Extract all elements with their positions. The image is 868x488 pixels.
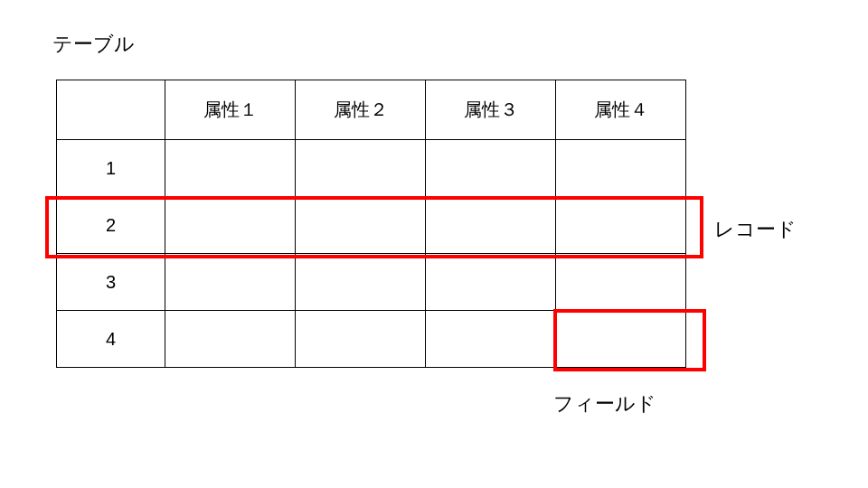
diagram-title: テーブル [52,31,135,58]
table-row: 1 [57,140,686,197]
record-highlight-box [45,196,703,258]
cell [165,140,296,197]
cell [296,254,426,311]
field-label: フィールド [553,390,656,418]
row-index: 1 [57,140,165,197]
table-header-row: 属性１ 属性２ 属性３ 属性４ [57,80,686,140]
table-row: 3 [57,254,686,311]
cell [556,140,686,197]
header-attr2: 属性２ [296,80,426,140]
header-attr4: 属性４ [556,80,686,140]
cell [165,254,296,311]
row-index: 3 [57,254,165,311]
header-attr1: 属性１ [165,80,296,140]
cell [165,311,296,368]
row-index: 4 [57,311,165,368]
cell [426,254,556,311]
cell [426,311,556,368]
field-highlight-box [553,309,706,371]
cell [296,140,426,197]
cell [556,254,686,311]
cell [426,140,556,197]
header-attr3: 属性３ [426,80,556,140]
header-blank [57,80,165,140]
cell [296,311,426,368]
record-label: レコード [714,216,797,243]
